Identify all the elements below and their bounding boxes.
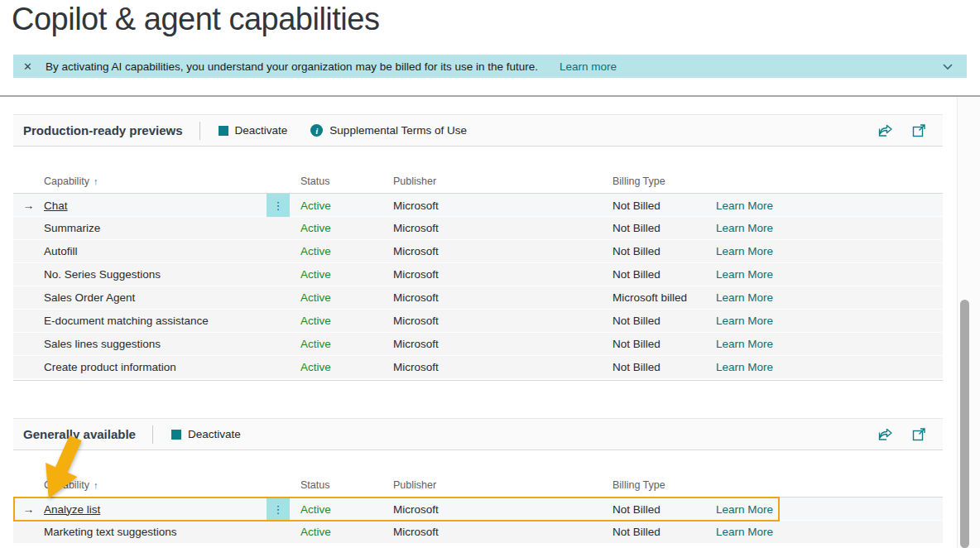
capability-link[interactable]: Sales Order Agent bbox=[44, 291, 135, 304]
deactivate-button[interactable]: Deactivate bbox=[219, 124, 288, 137]
row-selector-arrow-icon: → bbox=[13, 199, 44, 212]
billing-value: Microsoft billed bbox=[612, 291, 716, 304]
publisher-value: Microsoft bbox=[393, 291, 612, 304]
learn-more-link[interactable]: Learn More bbox=[716, 526, 773, 538]
page-title: Copilot & agent capabilities bbox=[12, 2, 379, 37]
status-value: Active bbox=[290, 503, 393, 516]
row-menu-button[interactable]: ⋮ bbox=[267, 498, 290, 521]
table-row[interactable]: No. Series SuggestionsActiveMicrosoftNot… bbox=[13, 263, 943, 286]
learn-more-link[interactable]: Learn More bbox=[716, 199, 773, 212]
capability-link[interactable]: Chat bbox=[44, 199, 68, 212]
column-header-status[interactable]: Status bbox=[290, 175, 393, 187]
status-value: Active bbox=[290, 199, 393, 212]
learn-more-link[interactable]: Learn More bbox=[716, 222, 773, 234]
notification-banner: ✕ By activating AI capabilities, you und… bbox=[13, 55, 967, 78]
publisher-value: Microsoft bbox=[393, 361, 612, 373]
section-production-ready-previews: Production-ready previews DeactivateiSup… bbox=[13, 114, 943, 381]
column-header-publisher[interactable]: Publisher bbox=[393, 175, 612, 187]
billing-value: Not Billed bbox=[612, 315, 716, 327]
status-value: Active bbox=[290, 526, 393, 538]
status-value: Active bbox=[290, 245, 393, 257]
banner-learn-more-link[interactable]: Learn more bbox=[560, 60, 617, 73]
learn-more-link[interactable]: Learn More bbox=[716, 361, 773, 373]
row-menu-button[interactable]: ⋮ bbox=[267, 194, 290, 217]
scrollbar-thumb[interactable] bbox=[960, 300, 969, 548]
table-row[interactable]: Create product informationActiveMicrosof… bbox=[13, 356, 943, 379]
section-generally-available: Generally available Deactivate Capabilit… bbox=[13, 418, 943, 548]
publisher-value: Microsoft bbox=[393, 199, 612, 212]
header-divider bbox=[199, 122, 200, 140]
stop-square-icon bbox=[219, 126, 228, 136]
status-value: Active bbox=[290, 315, 393, 327]
learn-more-link[interactable]: Learn More bbox=[716, 245, 773, 257]
capability-link[interactable]: Summarize bbox=[44, 222, 100, 234]
publisher-value: Microsoft bbox=[393, 245, 612, 257]
billing-value: Not Billed bbox=[612, 526, 716, 538]
open-in-new-window-icon[interactable] bbox=[912, 123, 926, 137]
column-header-billing-type[interactable]: Billing Type bbox=[612, 175, 716, 187]
action-label: Deactivate bbox=[235, 124, 288, 137]
row-selector-arrow-icon: → bbox=[13, 502, 44, 516]
table-header-row: Capability↑ Status Publisher Billing Typ… bbox=[13, 473, 943, 498]
column-header-status[interactable]: Status bbox=[290, 479, 393, 491]
section-title: Generally available bbox=[23, 427, 136, 441]
action-label: Supplemental Terms of Use bbox=[329, 124, 467, 137]
header-divider bbox=[152, 425, 153, 444]
ellipsis-vertical-icon: ⋮ bbox=[273, 504, 284, 515]
status-value: Active bbox=[290, 222, 393, 234]
section-header: Generally available Deactivate bbox=[13, 419, 943, 450]
column-header-capability[interactable]: Capability↑ bbox=[44, 175, 267, 187]
action-label: Deactivate bbox=[188, 428, 241, 440]
status-value: Active bbox=[290, 338, 393, 350]
info-circle-icon: i bbox=[310, 124, 323, 137]
column-header-capability[interactable]: Capability↑ bbox=[44, 479, 267, 491]
status-value: Active bbox=[290, 268, 393, 281]
learn-more-link[interactable]: Learn More bbox=[716, 291, 773, 304]
billing-value: Not Billed bbox=[612, 222, 716, 234]
open-in-new-window-icon[interactable] bbox=[912, 427, 926, 441]
learn-more-link[interactable]: Learn More bbox=[716, 503, 773, 516]
deactivate-button[interactable]: Deactivate bbox=[171, 428, 241, 440]
capability-link[interactable]: Sales lines suggestions bbox=[44, 338, 161, 350]
section-header: Production-ready previews DeactivateiSup… bbox=[13, 115, 943, 147]
table-row[interactable]: SummarizeActiveMicrosoftNot BilledLearn … bbox=[13, 217, 943, 240]
table-row[interactable]: →Chat⋮ActiveMicrosoftNot BilledLearn Mor… bbox=[13, 194, 943, 217]
table-row[interactable]: Sales Order AgentActiveMicrosoftMicrosof… bbox=[13, 286, 943, 310]
share-icon[interactable] bbox=[877, 123, 893, 137]
section-title: Production-ready previews bbox=[23, 123, 183, 137]
stop-square-icon bbox=[171, 430, 181, 440]
table-header-row: Capability↑ Status Publisher Billing Typ… bbox=[13, 170, 943, 194]
capability-link[interactable]: Autofill bbox=[44, 245, 78, 257]
learn-more-link[interactable]: Learn More bbox=[716, 338, 773, 350]
column-header-publisher[interactable]: Publisher bbox=[393, 479, 612, 491]
publisher-value: Microsoft bbox=[393, 503, 612, 516]
status-value: Active bbox=[290, 291, 393, 304]
share-icon[interactable] bbox=[877, 427, 893, 441]
table-row[interactable]: E-document matching assistanceActiveMicr… bbox=[13, 310, 943, 333]
capability-link[interactable]: Create product information bbox=[44, 361, 176, 373]
capability-link[interactable]: No. Series Suggestions bbox=[44, 268, 161, 281]
learn-more-link[interactable]: Learn More bbox=[716, 315, 773, 327]
column-header-billing-type[interactable]: Billing Type bbox=[612, 479, 716, 491]
capability-link[interactable]: Marketing text suggestions bbox=[44, 526, 177, 538]
chevron-down-icon[interactable] bbox=[942, 62, 954, 70]
publisher-value: Microsoft bbox=[393, 222, 612, 234]
close-icon[interactable]: ✕ bbox=[23, 60, 32, 73]
publisher-value: Microsoft bbox=[393, 338, 612, 350]
capability-link[interactable]: E-document matching assistance bbox=[44, 315, 209, 327]
table-row[interactable]: Marketing text suggestionsActiveMicrosof… bbox=[13, 521, 943, 544]
learn-more-link[interactable]: Learn More bbox=[716, 268, 773, 281]
page-divider bbox=[0, 95, 980, 97]
table-row[interactable]: Sales lines suggestionsActiveMicrosoftNo… bbox=[13, 333, 943, 356]
banner-message: By activating AI capabilities, you under… bbox=[46, 60, 538, 73]
table-row[interactable]: AutofillActiveMicrosoftNot BilledLearn M… bbox=[13, 240, 943, 263]
publisher-value: Microsoft bbox=[393, 268, 612, 281]
billing-value: Not Billed bbox=[612, 199, 716, 212]
billing-value: Not Billed bbox=[612, 268, 716, 281]
capability-link[interactable]: Analyze list bbox=[44, 503, 100, 516]
publisher-value: Microsoft bbox=[393, 526, 612, 538]
billing-value: Not Billed bbox=[612, 361, 716, 373]
table-row[interactable]: →Analyze list⋮ActiveMicrosoftNot BilledL… bbox=[13, 498, 943, 521]
vertical-scrollbar[interactable] bbox=[957, 97, 980, 548]
supplemental-terms-button[interactable]: iSupplemental Terms of Use bbox=[310, 124, 467, 137]
